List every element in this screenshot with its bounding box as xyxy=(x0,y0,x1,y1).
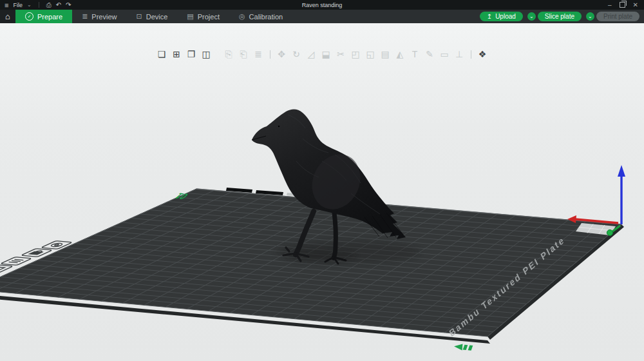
print-plate-button: Print plate xyxy=(596,12,639,21)
home-button[interactable]: ⌂ xyxy=(0,10,15,23)
redo-icon[interactable]: ↷ xyxy=(66,1,71,8)
tab-prepare-label: Prepare xyxy=(37,13,62,21)
scale-icon: ◿ xyxy=(304,48,319,61)
support-paint-icon: ⊥ xyxy=(452,48,467,61)
scene-canvas: Bambu Textured PEI Plate 01 xyxy=(0,23,644,361)
tab-project-label: Project xyxy=(198,13,220,21)
tab-calibration-label: Calibration xyxy=(249,13,283,21)
tab-bar: ⌂ ✓ Prepare ≣ Preview ⊡ Device ▤ Project… xyxy=(0,10,644,23)
auto-orient-icon[interactable]: ❐ xyxy=(184,48,199,61)
add-plate-icon[interactable]: ⊞ xyxy=(169,48,184,61)
tab-device[interactable]: ⊡ Device xyxy=(126,10,177,23)
toolbar-divider xyxy=(270,50,270,59)
prepare-check-icon: ✓ xyxy=(25,12,33,21)
print-plate-label: Print plate xyxy=(603,13,632,20)
save-icon[interactable]: ⎙ xyxy=(46,1,52,9)
titlebar-divider xyxy=(39,2,39,8)
window-title: Raven standing xyxy=(0,2,644,8)
close-button[interactable]: ✕ xyxy=(633,1,638,8)
object-toolbar: ❏ ⊞ ❐ ◫ ⎘ ⎗ ≣ ✥ ↻ ◿ ⬓ ✂ ◰ ◱ ▤ ◭ T ✎ ▭ ⊥ … xyxy=(0,48,644,61)
tab-device-label: Device xyxy=(146,13,168,21)
restore-button[interactable] xyxy=(620,2,625,8)
minimize-button[interactable]: – xyxy=(608,1,612,8)
slice-plate-label: Slice plate xyxy=(545,13,574,20)
project-document-icon: ▤ xyxy=(187,12,193,21)
undo-icon[interactable]: ↶ xyxy=(56,1,61,8)
toolbar-divider xyxy=(471,50,471,59)
file-menu[interactable]: File xyxy=(13,2,23,8)
upload-icon: ↥ xyxy=(487,13,492,20)
plate-front-arrow-icon xyxy=(454,343,473,351)
assembly-view-icon[interactable]: ❖ xyxy=(475,48,490,61)
mesh-boolean-icon: ◭ xyxy=(393,48,408,61)
split-parts-icon: ◱ xyxy=(363,48,378,61)
plate-label-icon[interactable] xyxy=(1,257,32,266)
color-paint-icon: ✎ xyxy=(422,48,437,61)
paste-icon: ⎗ xyxy=(236,48,251,61)
seam-paint-icon: ▭ xyxy=(437,48,452,61)
viewport-3d[interactable]: Bambu Textured PEI Plate 01 xyxy=(0,23,644,361)
arrange-icon[interactable]: ◫ xyxy=(199,48,214,61)
slice-options-chevron[interactable]: ⌄ xyxy=(527,12,536,21)
plate-extra-icon[interactable] xyxy=(0,265,13,273)
objects-list-icon: ≣ xyxy=(251,48,266,61)
title-bar: ≡ File ⌄ ⎙ ↶ ↷ Raven standing – ✕ xyxy=(0,0,644,10)
rotate-icon: ↻ xyxy=(289,48,304,61)
raven-far-leg xyxy=(334,213,336,258)
home-icon: ⌂ xyxy=(5,12,10,21)
chevron-down-icon[interactable]: ⌄ xyxy=(27,2,32,8)
tab-preview-label: Preview xyxy=(91,13,117,21)
upload-label: Upload xyxy=(495,13,516,20)
slice-plate-button[interactable]: Slice plate xyxy=(538,12,582,21)
variable-layer-height-icon: ▤ xyxy=(378,48,393,61)
tab-project[interactable]: ▤ Project xyxy=(177,10,229,23)
menu-hamburger-icon[interactable]: ≡ xyxy=(5,1,8,9)
preview-layers-icon: ≣ xyxy=(82,12,88,21)
cut-icon: ✂ xyxy=(334,48,348,61)
tab-prepare[interactable]: ✓ Prepare xyxy=(15,10,72,23)
add-model-icon[interactable]: ❏ xyxy=(155,48,169,61)
tab-preview[interactable]: ≣ Preview xyxy=(72,10,126,23)
lay-on-face-icon: ⬓ xyxy=(319,48,334,61)
print-options-chevron[interactable]: ⌄ xyxy=(586,12,594,21)
upload-button[interactable]: ↥ Upload xyxy=(480,12,523,21)
device-icon: ⊡ xyxy=(136,12,142,21)
tab-calibration[interactable]: ◎ Calibration xyxy=(229,10,292,23)
text-tool-icon: T xyxy=(408,48,422,61)
copy-icon: ⎘ xyxy=(222,48,236,61)
move-icon: ✥ xyxy=(274,48,289,61)
calibration-target-icon: ◎ xyxy=(239,12,245,21)
split-objects-icon: ◰ xyxy=(348,48,363,61)
